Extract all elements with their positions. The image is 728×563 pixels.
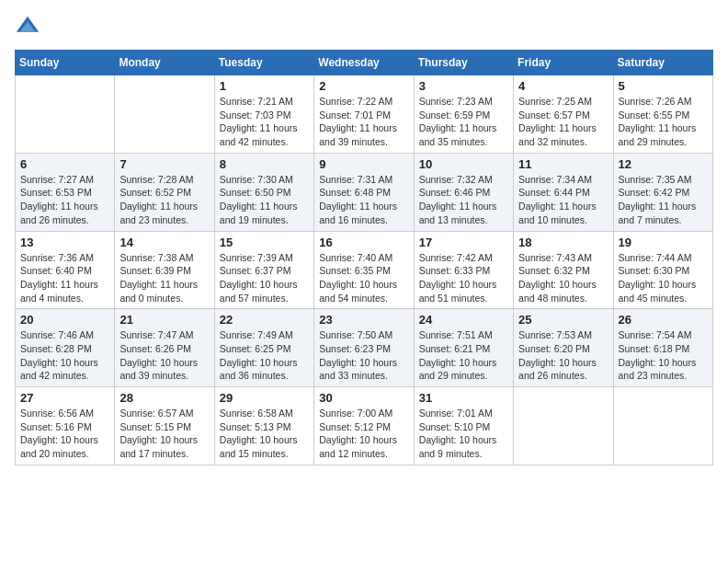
calendar-week-row: 27Sunrise: 6:56 AM Sunset: 5:16 PM Dayli… <box>16 387 713 465</box>
calendar-cell: 10Sunrise: 7:32 AM Sunset: 6:46 PM Dayli… <box>414 153 513 231</box>
day-number: 9 <box>319 157 408 171</box>
day-number: 23 <box>319 313 408 327</box>
calendar-cell: 14Sunrise: 7:38 AM Sunset: 6:39 PM Dayli… <box>115 231 214 309</box>
calendar-cell: 18Sunrise: 7:43 AM Sunset: 6:32 PM Dayli… <box>514 231 613 309</box>
calendar-cell: 6Sunrise: 7:27 AM Sunset: 6:53 PM Daylig… <box>16 153 115 231</box>
day-info: Sunrise: 7:34 AM Sunset: 6:44 PM Dayligh… <box>518 173 608 227</box>
day-info: Sunrise: 7:36 AM Sunset: 6:40 PM Dayligh… <box>20 251 109 305</box>
day-number: 19 <box>619 236 708 249</box>
calendar-cell: 7Sunrise: 7:28 AM Sunset: 6:52 PM Daylig… <box>115 153 214 231</box>
calendar-cell <box>16 75 115 154</box>
day-info: Sunrise: 7:32 AM Sunset: 6:46 PM Dayligh… <box>419 173 508 227</box>
calendar-week-row: 13Sunrise: 7:36 AM Sunset: 6:40 PM Dayli… <box>16 231 713 309</box>
calendar-cell: 27Sunrise: 6:56 AM Sunset: 5:16 PM Dayli… <box>16 387 115 465</box>
day-number: 10 <box>419 157 508 171</box>
day-number: 20 <box>20 313 109 327</box>
calendar-cell: 12Sunrise: 7:35 AM Sunset: 6:42 PM Dayli… <box>613 153 712 231</box>
calendar-cell: 15Sunrise: 7:39 AM Sunset: 6:37 PM Dayli… <box>214 231 313 309</box>
calendar-cell: 13Sunrise: 7:36 AM Sunset: 6:40 PM Dayli… <box>16 231 115 309</box>
day-number: 13 <box>20 236 109 249</box>
day-info: Sunrise: 7:28 AM Sunset: 6:52 PM Dayligh… <box>119 173 209 227</box>
calendar-cell <box>115 75 214 154</box>
day-info: Sunrise: 7:47 AM Sunset: 6:26 PM Dayligh… <box>119 328 209 383</box>
day-info: Sunrise: 7:43 AM Sunset: 6:32 PM Dayligh… <box>518 251 608 305</box>
day-number: 4 <box>518 79 608 93</box>
calendar-cell: 5Sunrise: 7:26 AM Sunset: 6:55 PM Daylig… <box>613 75 712 154</box>
day-number: 16 <box>319 236 408 249</box>
calendar-cell <box>514 387 613 465</box>
calendar-header-sunday: Sunday <box>16 51 115 75</box>
calendar-cell: 9Sunrise: 7:31 AM Sunset: 6:48 PM Daylig… <box>314 153 414 231</box>
day-number: 15 <box>220 236 309 249</box>
day-number: 5 <box>619 79 708 93</box>
calendar-cell <box>613 387 712 465</box>
day-number: 30 <box>319 391 408 405</box>
day-number: 21 <box>119 313 209 327</box>
logo-icon <box>15 15 40 40</box>
calendar-cell: 16Sunrise: 7:40 AM Sunset: 6:35 PM Dayli… <box>314 231 414 309</box>
day-info: Sunrise: 7:01 AM Sunset: 5:10 PM Dayligh… <box>419 407 508 461</box>
day-info: Sunrise: 7:54 AM Sunset: 6:18 PM Dayligh… <box>619 328 708 383</box>
page-header <box>15 15 713 40</box>
calendar-header-row: SundayMondayTuesdayWednesdayThursdayFrid… <box>16 51 713 75</box>
day-number: 17 <box>419 236 508 249</box>
calendar-header-wednesday: Wednesday <box>314 51 414 75</box>
calendar-cell: 30Sunrise: 7:00 AM Sunset: 5:12 PM Dayli… <box>314 387 414 465</box>
day-number: 18 <box>518 236 608 249</box>
calendar-cell: 23Sunrise: 7:50 AM Sunset: 6:23 PM Dayli… <box>314 309 414 387</box>
calendar-header-friday: Friday <box>514 51 613 75</box>
calendar-cell: 2Sunrise: 7:22 AM Sunset: 7:01 PM Daylig… <box>314 75 414 154</box>
day-info: Sunrise: 7:53 AM Sunset: 6:20 PM Dayligh… <box>518 328 608 383</box>
calendar-cell: 24Sunrise: 7:51 AM Sunset: 6:21 PM Dayli… <box>414 309 513 387</box>
day-number: 14 <box>119 236 209 249</box>
day-info: Sunrise: 7:40 AM Sunset: 6:35 PM Dayligh… <box>319 251 408 305</box>
calendar-cell: 3Sunrise: 7:23 AM Sunset: 6:59 PM Daylig… <box>414 75 513 154</box>
calendar-cell: 28Sunrise: 6:57 AM Sunset: 5:15 PM Dayli… <box>115 387 214 465</box>
calendar-table: SundayMondayTuesdayWednesdayThursdayFrid… <box>15 50 713 465</box>
calendar-header-thursday: Thursday <box>414 51 513 75</box>
day-info: Sunrise: 7:42 AM Sunset: 6:33 PM Dayligh… <box>419 251 508 305</box>
calendar-cell: 8Sunrise: 7:30 AM Sunset: 6:50 PM Daylig… <box>214 153 313 231</box>
day-info: Sunrise: 7:23 AM Sunset: 6:59 PM Dayligh… <box>419 95 508 149</box>
calendar-week-row: 1Sunrise: 7:21 AM Sunset: 7:03 PM Daylig… <box>16 75 713 154</box>
day-number: 31 <box>419 391 508 405</box>
day-info: Sunrise: 7:50 AM Sunset: 6:23 PM Dayligh… <box>319 328 408 383</box>
day-number: 29 <box>220 391 309 405</box>
day-info: Sunrise: 7:00 AM Sunset: 5:12 PM Dayligh… <box>319 407 408 461</box>
day-info: Sunrise: 7:39 AM Sunset: 6:37 PM Dayligh… <box>220 251 309 305</box>
day-info: Sunrise: 6:58 AM Sunset: 5:13 PM Dayligh… <box>220 407 309 461</box>
day-number: 25 <box>518 313 608 327</box>
calendar-week-row: 6Sunrise: 7:27 AM Sunset: 6:53 PM Daylig… <box>16 153 713 231</box>
day-info: Sunrise: 7:27 AM Sunset: 6:53 PM Dayligh… <box>20 173 109 227</box>
calendar-cell: 4Sunrise: 7:25 AM Sunset: 6:57 PM Daylig… <box>514 75 613 154</box>
day-info: Sunrise: 7:30 AM Sunset: 6:50 PM Dayligh… <box>220 173 309 227</box>
day-number: 26 <box>619 313 708 327</box>
calendar-cell: 17Sunrise: 7:42 AM Sunset: 6:33 PM Dayli… <box>414 231 513 309</box>
calendar-cell: 20Sunrise: 7:46 AM Sunset: 6:28 PM Dayli… <box>16 309 115 387</box>
calendar-cell: 25Sunrise: 7:53 AM Sunset: 6:20 PM Dayli… <box>514 309 613 387</box>
calendar-cell: 11Sunrise: 7:34 AM Sunset: 6:44 PM Dayli… <box>514 153 613 231</box>
day-number: 27 <box>20 391 109 405</box>
calendar-cell: 31Sunrise: 7:01 AM Sunset: 5:10 PM Dayli… <box>414 387 513 465</box>
day-number: 3 <box>419 79 508 93</box>
calendar-cell: 21Sunrise: 7:47 AM Sunset: 6:26 PM Dayli… <box>115 309 214 387</box>
day-number: 7 <box>119 157 209 171</box>
logo <box>15 15 44 40</box>
day-info: Sunrise: 7:31 AM Sunset: 6:48 PM Dayligh… <box>319 173 408 227</box>
day-info: Sunrise: 7:21 AM Sunset: 7:03 PM Dayligh… <box>220 95 309 149</box>
day-number: 6 <box>20 157 109 171</box>
day-info: Sunrise: 7:25 AM Sunset: 6:57 PM Dayligh… <box>518 95 608 149</box>
calendar-cell: 22Sunrise: 7:49 AM Sunset: 6:25 PM Dayli… <box>214 309 313 387</box>
calendar-header-monday: Monday <box>115 51 214 75</box>
day-number: 8 <box>220 157 309 171</box>
calendar-cell: 29Sunrise: 6:58 AM Sunset: 5:13 PM Dayli… <box>214 387 313 465</box>
calendar-header-tuesday: Tuesday <box>214 51 313 75</box>
day-number: 1 <box>220 79 309 93</box>
day-info: Sunrise: 7:51 AM Sunset: 6:21 PM Dayligh… <box>419 328 508 383</box>
day-info: Sunrise: 7:44 AM Sunset: 6:30 PM Dayligh… <box>619 251 708 305</box>
calendar-week-row: 20Sunrise: 7:46 AM Sunset: 6:28 PM Dayli… <box>16 309 713 387</box>
day-info: Sunrise: 7:46 AM Sunset: 6:28 PM Dayligh… <box>20 328 109 383</box>
day-number: 11 <box>518 157 608 171</box>
calendar-header-saturday: Saturday <box>613 51 712 75</box>
calendar-cell: 19Sunrise: 7:44 AM Sunset: 6:30 PM Dayli… <box>613 231 712 309</box>
